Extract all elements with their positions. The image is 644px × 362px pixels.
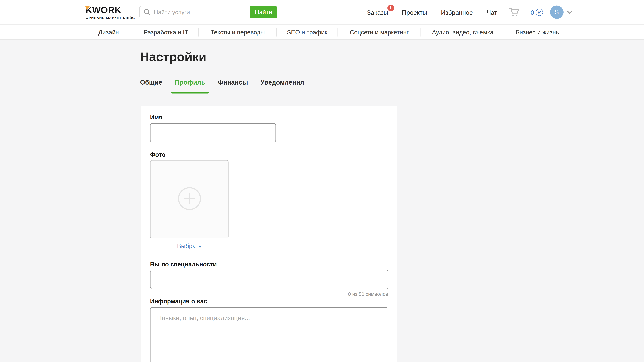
name-label: Имя xyxy=(150,114,388,121)
cart-icon[interactable] xyxy=(509,7,520,17)
top-header: KWORK ФРИЛАНС МАРКЕТПЛЕЙС Найти Заказы 1… xyxy=(0,0,644,25)
balance[interactable]: 0 ₽ xyxy=(531,8,543,16)
about-textarea[interactable] xyxy=(150,307,388,362)
kwork-logo[interactable]: KWORK ФРИЛАНС МАРКЕТПЛЕЙС xyxy=(86,5,131,19)
tab-general[interactable]: Общие xyxy=(140,79,162,93)
about-label: Информация о вас xyxy=(150,298,388,305)
specialty-input[interactable] xyxy=(150,270,388,289)
search-bar: Найти xyxy=(139,6,277,18)
search-input[interactable] xyxy=(139,6,250,18)
photo-upload-box[interactable] xyxy=(150,160,228,239)
header-nav: Заказы 1 Проекты Избранное Чат 0 ₽ S xyxy=(367,5,573,19)
chevron-down-icon[interactable] xyxy=(567,10,573,14)
menu-orders[interactable]: Заказы 1 xyxy=(367,8,388,16)
category-texts-translations[interactable]: Тексты и переводы xyxy=(199,25,277,39)
category-seo-traffic[interactable]: SEO и трафик xyxy=(277,25,338,39)
logo-text: KWORK xyxy=(86,5,121,15)
photo-label: Фото xyxy=(150,152,388,158)
specialty-label: Вы по специальности xyxy=(150,261,388,268)
add-photo-icon xyxy=(177,186,202,212)
tab-notifications[interactable]: Уведомления xyxy=(260,79,304,93)
category-development-it[interactable]: Разработка и IT xyxy=(133,25,199,39)
menu-favorites[interactable]: Избранное xyxy=(441,8,473,16)
menu-projects[interactable]: Проекты xyxy=(402,8,427,16)
category-nav-grid: Дизайн Разработка и IT Тексты и переводы… xyxy=(84,25,570,39)
menu-chat[interactable]: Чат xyxy=(487,8,497,16)
search-button[interactable]: Найти xyxy=(250,6,277,18)
profile-form-card: Имя Фото Выбрать Вы по специальности 0 и… xyxy=(140,106,398,362)
category-nav: Дизайн Разработка и IT Тексты и переводы… xyxy=(0,25,644,40)
photo-choose-link[interactable]: Выбрать xyxy=(150,243,228,249)
category-audio-video[interactable]: Аудио, видео, съемка xyxy=(421,25,504,39)
search-icon xyxy=(144,9,150,15)
orders-badge: 1 xyxy=(387,4,394,11)
ruble-symbol: ₽ xyxy=(538,10,541,14)
tab-profile[interactable]: Профиль xyxy=(175,79,205,93)
menu-orders-label: Заказы xyxy=(367,8,388,16)
logo-row: KWORK xyxy=(86,5,131,15)
category-design[interactable]: Дизайн xyxy=(84,25,133,39)
category-social-marketing[interactable]: Соцсети и маркетинг xyxy=(338,25,421,39)
name-input[interactable] xyxy=(150,123,276,142)
avatar[interactable]: S xyxy=(550,5,564,19)
page-title: Настройки xyxy=(140,49,644,64)
ruble-icon: ₽ xyxy=(536,8,543,16)
specialty-char-counter: 0 из 50 символов xyxy=(150,292,388,297)
logo-tagline: ФРИЛАНС МАРКЕТПЛЕЙС xyxy=(86,16,131,19)
settings-tabs: Общие Профиль Финансы Уведомления xyxy=(140,79,398,93)
balance-amount: 0 xyxy=(531,8,534,16)
tab-finance[interactable]: Финансы xyxy=(218,79,248,93)
category-business-life[interactable]: Бизнес и жизнь xyxy=(504,25,570,39)
settings-page: Настройки Общие Профиль Финансы Уведомле… xyxy=(0,40,644,362)
